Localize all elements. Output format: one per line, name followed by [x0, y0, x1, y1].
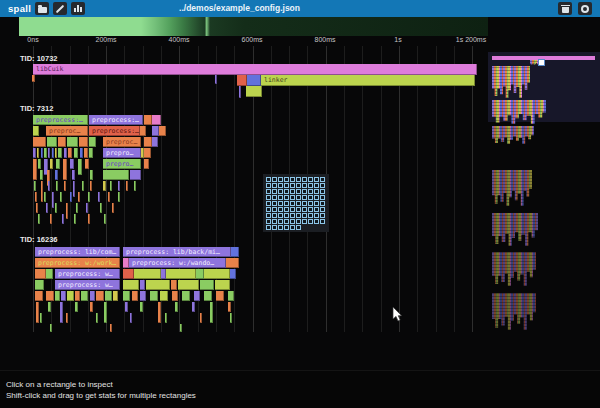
flame-rect[interactable]	[171, 280, 177, 290]
flame-rect[interactable]	[74, 214, 76, 224]
flame-rect[interactable]	[180, 324, 182, 332]
batched-event-dot[interactable]	[284, 219, 289, 224]
flame-rect[interactable]	[33, 137, 46, 147]
flame-rect[interactable]: preprocess: w:/work…	[35, 258, 120, 268]
batched-event-dot[interactable]	[296, 195, 301, 200]
flame-rect[interactable]	[81, 291, 88, 301]
flame-rect[interactable]	[172, 291, 178, 301]
batched-event-dot[interactable]	[314, 189, 319, 194]
flame-rect[interactable]	[78, 192, 80, 202]
flame-rect[interactable]	[215, 75, 217, 84]
open-file-button[interactable]	[35, 2, 49, 15]
batched-event-dot[interactable]	[314, 201, 319, 206]
batched-event-dot[interactable]	[302, 201, 307, 206]
batched-event-dot[interactable]	[296, 225, 301, 230]
batched-event-dot[interactable]	[278, 177, 283, 182]
flame-rect[interactable]	[80, 148, 83, 158]
flame-rect[interactable]	[85, 159, 89, 169]
flame-rect[interactable]	[50, 159, 53, 169]
edit-button[interactable]	[53, 2, 67, 15]
batched-event-dot[interactable]	[278, 189, 283, 194]
batched-event-dot[interactable]	[278, 183, 283, 188]
flame-rect[interactable]	[152, 137, 158, 147]
batched-event-dot[interactable]	[266, 219, 271, 224]
flame-rect[interactable]	[144, 137, 152, 147]
flame-rect[interactable]	[47, 137, 57, 147]
minimap-thumbnail[interactable]	[492, 126, 534, 144]
flame-rect[interactable]	[36, 203, 38, 213]
batched-event-dot[interactable]	[266, 183, 271, 188]
batched-event-dot[interactable]	[284, 177, 289, 182]
batched-event-dot[interactable]	[320, 213, 325, 218]
batched-event-dot[interactable]	[314, 195, 319, 200]
flame-rect[interactable]	[38, 214, 40, 224]
flame-rect[interactable]	[64, 148, 67, 158]
batched-event-dot[interactable]	[272, 189, 277, 194]
flame-rect[interactable]	[74, 148, 78, 158]
batched-event-dot[interactable]	[302, 177, 307, 182]
flame-rect[interactable]	[38, 159, 41, 169]
flame-rect[interactable]	[55, 148, 57, 158]
batched-event-dot[interactable]	[296, 219, 301, 224]
flame-rect[interactable]	[125, 302, 128, 312]
flame-rect[interactable]	[70, 192, 72, 202]
flame-rect[interactable]	[33, 126, 39, 136]
batched-event-dot[interactable]	[272, 195, 277, 200]
flame-rect[interactable]	[140, 291, 146, 301]
flame-rect[interactable]	[194, 291, 200, 301]
flame-rect[interactable]: preprocess: w…	[55, 269, 120, 279]
flame-rect[interactable]	[152, 126, 159, 136]
flame-rect[interactable]	[200, 313, 202, 323]
batched-event-dot[interactable]	[302, 189, 307, 194]
flame-rect[interactable]: preproc…	[46, 126, 88, 136]
flame-rect[interactable]	[192, 302, 195, 312]
batched-event-dot[interactable]	[296, 207, 301, 212]
batched-event-dot[interactable]	[296, 183, 301, 188]
flame-rect[interactable]	[112, 203, 114, 213]
batched-event-dot[interactable]	[320, 219, 325, 224]
flame-rect[interactable]	[66, 313, 68, 323]
flame-rect[interactable]	[123, 291, 130, 301]
flame-rect[interactable]	[200, 280, 214, 290]
flame-rect[interactable]	[132, 291, 138, 301]
flame-rect[interactable]	[78, 159, 82, 175]
batched-event-dot[interactable]	[320, 207, 325, 212]
flame-rect[interactable]	[110, 181, 112, 191]
flame-rect[interactable]	[82, 181, 84, 191]
flame-rect[interactable]	[52, 192, 54, 208]
flame-rect[interactable]: preprocess: w…	[55, 280, 120, 290]
batched-event-dot[interactable]	[314, 213, 319, 218]
batched-event-dot[interactable]	[302, 195, 307, 200]
flame-rect[interactable]	[134, 269, 161, 279]
flame-rect[interactable]	[48, 148, 50, 158]
batched-event-dot[interactable]	[272, 183, 277, 188]
flame-rect[interactable]	[88, 192, 90, 202]
flame-rect[interactable]	[215, 280, 230, 290]
flame-rect[interactable]	[230, 313, 232, 323]
minimap-thumbnail[interactable]	[492, 213, 538, 246]
flame-rect[interactable]	[146, 280, 170, 290]
batched-event-dot[interactable]	[278, 201, 283, 206]
flame-rect[interactable]	[159, 126, 166, 136]
flame-rect[interactable]	[118, 192, 120, 202]
batched-event-dot[interactable]	[272, 213, 277, 218]
flame-rect[interactable]	[44, 148, 47, 158]
flame-rect[interactable]	[48, 302, 51, 312]
flame-rect[interactable]: preprocess:…	[33, 115, 88, 125]
batched-event-dot[interactable]	[290, 225, 295, 230]
flame-rect[interactable]	[46, 269, 53, 279]
flame-rect[interactable]	[75, 291, 80, 301]
flame-rect[interactable]	[140, 302, 143, 312]
flame-rect[interactable]	[160, 291, 168, 301]
batched-event-dot[interactable]	[266, 195, 271, 200]
flame-rect[interactable]	[144, 159, 149, 169]
flame-rect[interactable]	[56, 181, 58, 191]
flame-rect[interactable]	[36, 302, 39, 323]
minimap-thumbnail[interactable]	[492, 170, 532, 206]
flame-rect[interactable]	[76, 203, 78, 213]
flame-rect[interactable]	[35, 280, 44, 290]
flame-rect[interactable]	[90, 181, 92, 191]
flame-rect[interactable]	[79, 137, 88, 147]
batched-event-dot[interactable]	[290, 177, 295, 182]
flame-rect[interactable]	[37, 148, 39, 158]
